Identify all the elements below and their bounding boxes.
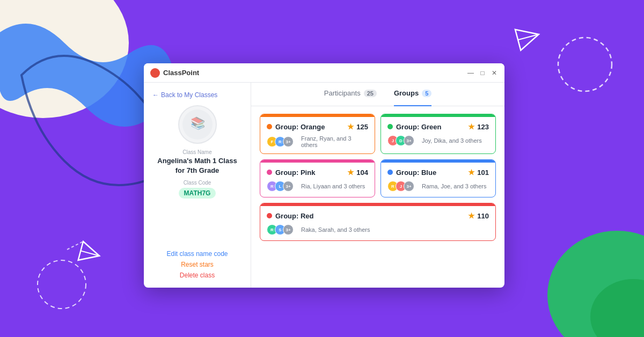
group-header-green: Group: Green ★ 123 [387,122,489,131]
group-name-red: Group: Red [267,212,314,220]
main-content: ← Back to My Classes 📚 Class Name Angeli… [144,83,504,288]
group-header-blue: Group: Blue ★ 101 [387,168,489,177]
avatar-count: 3+ [283,181,294,192]
class-name-value: Angelina's Math 1 Class for 7th Grade [152,156,242,175]
svg-point-0 [0,0,129,118]
member-avatars-pink: R L 3+ [267,181,294,192]
groups-grid: Group: Orange ★ 125 F R 3+ [251,106,504,288]
member-text-green: Joy, Dika, and 3 others [422,137,482,144]
group-members-orange: F R 3+ Franz, Ryan, and 3 others [267,135,368,148]
star-icon: ★ [468,122,475,131]
member-avatars-red: R S 3+ [267,224,294,235]
tabs-bar: Participants 25 Groups 5 [251,83,504,106]
group-stars-red: ★ 110 [468,211,489,220]
reset-stars-link[interactable]: Reset stars [181,261,214,268]
group-card-blue[interactable]: Group: Blue ★ 101 R J 3+ [380,159,496,197]
group-card-green[interactable]: Group: Green ★ 123 J D 3+ [380,114,496,154]
tab-groups-count: 5 [422,90,431,97]
group-card-red[interactable]: Group: Red ★ 110 R S 3+ [260,203,496,241]
avatar-count: 3+ [404,135,414,146]
svg-marker-4 [78,241,102,265]
svg-point-9 [590,279,644,337]
class-code-badge: MATH7G [179,188,216,199]
group-stars-blue: ★ 101 [468,168,489,177]
app-logo [150,68,160,78]
group-card-pink[interactable]: Group: Pink ★ 104 R L 3+ [260,159,375,197]
svg-line-5 [80,251,99,255]
class-name-label: Class Name [182,149,211,155]
class-avatar: 📚 [178,105,217,144]
delete-class-link[interactable]: Delete class [180,272,215,279]
group-name-orange: Group: Orange [267,123,325,131]
svg-marker-1 [515,24,541,50]
group-dot-red [267,213,272,218]
back-arrow-icon: ← [152,91,159,99]
member-text-orange: Franz, Ryan, and 3 others [301,135,368,148]
star-icon: ★ [347,168,354,177]
sidebar: ← Back to My Classes 📚 Class Name Angeli… [144,83,251,288]
member-text-red: Raka, Sarah, and 3 others [301,226,370,233]
close-button[interactable]: ✕ [491,69,498,77]
tab-participants-label: Participants [324,89,361,97]
member-text-blue: Rama, Joe, and 3 others [422,183,486,189]
group-dot-blue [387,170,393,175]
group-dot-orange [267,124,272,129]
sidebar-actions: Edit class name code Reset stars Delete … [166,250,228,279]
svg-point-6 [38,260,86,309]
class-avatar-icon: 📚 [181,108,214,141]
star-icon: ★ [468,168,475,177]
svg-point-3 [558,38,612,91]
maximize-button[interactable]: □ [479,69,486,77]
member-avatars-blue: R J 3+ [387,181,414,192]
svg-line-7 [67,241,83,250]
edit-class-link[interactable]: Edit class name code [166,250,228,258]
group-name-pink: Group: Pink [267,169,315,177]
star-icon: ★ [347,122,354,131]
group-header-orange: Group: Orange ★ 125 [267,122,368,131]
group-members-red: R S 3+ Raka, Sarah, and 3 others [267,224,489,235]
group-members-pink: R L 3+ Ria, Liyaan and 3 others [267,181,368,192]
member-avatars-green: J D 3+ [387,135,414,146]
app-title: ClassPoint [163,69,467,77]
group-header-pink: Group: Pink ★ 104 [267,168,368,177]
right-panel: Participants 25 Groups 5 [251,83,504,288]
svg-line-2 [518,34,539,40]
tab-groups[interactable]: Groups 5 [394,83,431,106]
minimize-button[interactable]: — [467,69,474,77]
group-name-blue: Group: Blue [387,169,436,177]
group-card-body-green: Group: Green ★ 123 J D 3+ [381,117,495,151]
avatar-count: 3+ [283,224,294,235]
group-header-red: Group: Red ★ 110 [267,211,489,220]
group-members-blue: R J 3+ Rama, Joe, and 3 others [387,181,489,192]
group-stars-green: ★ 123 [468,122,489,131]
member-avatars-orange: F R 3+ [267,136,294,147]
group-members-green: J D 3+ Joy, Dika, and 3 others [387,135,489,146]
group-card-body-blue: Group: Blue ★ 101 R J 3+ [381,163,495,197]
svg-point-8 [547,231,644,337]
group-card-body-pink: Group: Pink ★ 104 R L 3+ [260,163,375,197]
group-dot-pink [267,170,272,175]
tab-participants-count: 25 [364,90,377,97]
member-text-pink: Ria, Liyaan and 3 others [301,183,365,189]
titlebar: ClassPoint — □ ✕ [144,63,504,83]
svg-text:📚: 📚 [190,116,205,130]
group-name-green: Group: Green [387,123,442,131]
group-stars-pink: ★ 104 [347,168,368,177]
group-dot-green [387,124,393,129]
tab-groups-label: Groups [394,89,419,97]
back-to-classes-link[interactable]: ← Back to My Classes [152,91,217,99]
class-code-label: Class Code [184,180,211,186]
avatar-count: 3+ [283,136,294,147]
tab-participants[interactable]: Participants 25 [324,83,377,106]
back-label: Back to My Classes [161,91,217,99]
avatar-count: 3+ [404,181,414,192]
group-card-orange[interactable]: Group: Orange ★ 125 F R 3+ [260,114,375,154]
group-card-body-orange: Group: Orange ★ 125 F R 3+ [260,117,375,153]
window-controls: — □ ✕ [467,69,498,77]
group-card-body-red: Group: Red ★ 110 R S 3+ [260,206,495,240]
group-stars-orange: ★ 125 [347,122,368,131]
star-icon: ★ [468,211,475,220]
app-window: ClassPoint — □ ✕ ← Back to My Classes 📚 … [144,63,504,288]
